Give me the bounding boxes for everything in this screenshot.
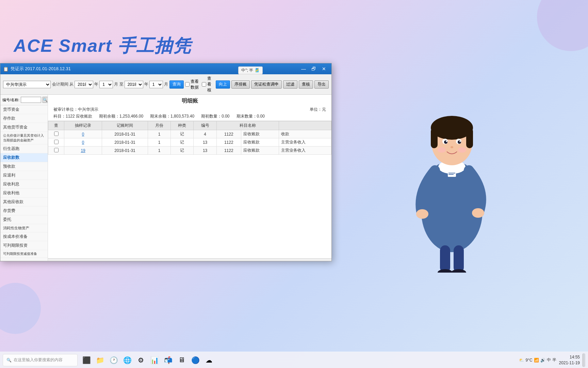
sidebar-item-3[interactable]: 公允价值计量且其变动计入当期损益的金融资产 bbox=[0, 132, 48, 144]
sidebar-item-9[interactable]: 应收利他 bbox=[0, 189, 48, 198]
sidebar-item-7[interactable]: 应退利 bbox=[0, 171, 48, 180]
company-select[interactable]: 中兴华演示 bbox=[3, 81, 51, 88]
svg-point-9 bbox=[444, 140, 447, 144]
period-closing-qty: 期末数量：0.00 bbox=[236, 113, 265, 119]
year-to-select[interactable]: 2018 bbox=[125, 81, 143, 88]
search-input[interactable] bbox=[21, 97, 41, 103]
cell-code-0: 1122 bbox=[216, 130, 241, 138]
svg-rect-5 bbox=[431, 128, 438, 148]
month-to-label: 月 至 bbox=[114, 81, 123, 87]
svg-point-17 bbox=[472, 208, 484, 218]
month-from-select[interactable]: 1 bbox=[99, 81, 113, 88]
title-bar-controls: — 🗗 ✕ bbox=[299, 65, 329, 73]
taskbar-multidesktop-icon[interactable]: ⬛ bbox=[80, 353, 93, 367]
show-data-checkbox[interactable] bbox=[185, 82, 190, 87]
window-icon: 📋 bbox=[3, 66, 9, 72]
taskbar-history-icon[interactable]: 🕐 bbox=[107, 353, 120, 367]
cell-sample-0[interactable]: 0 bbox=[64, 130, 102, 138]
detail-title: 明细账 bbox=[53, 97, 326, 105]
show-data-checkbox-label[interactable]: 查看数据 bbox=[185, 79, 200, 90]
weather-icon: ⛅ bbox=[519, 358, 524, 363]
sidebar-item-11[interactable]: 存货费 bbox=[0, 206, 48, 215]
audited-company: 被审计单位：中兴华演示 bbox=[53, 107, 98, 112]
svg-rect-6 bbox=[466, 128, 473, 148]
taskbar-app3-icon[interactable]: 📬 bbox=[161, 353, 175, 367]
row-checkbox-2[interactable] bbox=[54, 148, 59, 152]
sidebar-item-14[interactable]: 按成本价准备 bbox=[0, 232, 48, 241]
sys-icons: ⛅ 9°C 📶 🔊 中 半 bbox=[519, 357, 556, 363]
cell-check-0[interactable] bbox=[48, 130, 64, 138]
export-button[interactable]: 导出 bbox=[314, 80, 329, 89]
cell-month-2: 1 bbox=[148, 147, 171, 155]
sidebar-item-13[interactable]: 消耗性生物资产 bbox=[0, 224, 48, 232]
svg-rect-19 bbox=[454, 245, 464, 273]
cell-check-1[interactable] bbox=[48, 138, 64, 147]
horizontal-scrollbar[interactable] bbox=[48, 258, 331, 261]
sidebar-item-8[interactable]: 应收利息 bbox=[0, 180, 48, 189]
cell-type-1: 记 bbox=[171, 138, 194, 147]
svg-point-12 bbox=[459, 141, 461, 142]
weather-temp: 9°C bbox=[525, 358, 532, 363]
sidebar-item-1[interactable]: 存作款 bbox=[0, 114, 48, 123]
taskbar-clock[interactable]: 14:55 2021-11-19 bbox=[559, 354, 580, 366]
detail-meta: 被审计单位：中兴华演示 科目：1122 应收账款 期初余额：1,253,466.… bbox=[53, 107, 326, 119]
show-verify-checkbox[interactable] bbox=[202, 82, 206, 87]
sidebar-item-16[interactable]: 可列期限投资减值准备 bbox=[0, 250, 48, 258]
sort-button[interactable]: 序排账 bbox=[231, 80, 250, 89]
row-checkbox-0[interactable] bbox=[54, 132, 59, 136]
taskbar-app2-icon[interactable]: 📊 bbox=[148, 353, 161, 367]
show-data-label: 查看数据 bbox=[191, 79, 200, 90]
detail-table: 查 抽样记录 记账时间 月份 种类 编号 科目名称 bbox=[48, 121, 331, 155]
title-bar: 📋 凭证示 2017.01.01-2018.12.31 — 🗗 ✕ bbox=[0, 63, 331, 74]
volume-icon: 🔊 bbox=[540, 358, 545, 363]
cell-date-1: 2018-01-31 bbox=[102, 138, 148, 147]
sidebar-item-0[interactable]: 货币资金 bbox=[0, 105, 48, 114]
cell-sample-1[interactable]: 0 bbox=[64, 138, 102, 147]
filter-button[interactable]: 过滤 bbox=[283, 80, 297, 89]
sidebar-item-6[interactable]: 预收款 bbox=[0, 162, 48, 171]
prev-button[interactable]: 向上 bbox=[216, 80, 230, 89]
cell-right-0: 收款 bbox=[279, 130, 331, 138]
cell-sample-2[interactable]: 19 bbox=[64, 147, 102, 155]
view-button[interactable]: 查核 bbox=[299, 80, 313, 89]
show-verify-checkbox-label[interactable]: 查看核 bbox=[202, 76, 214, 93]
cell-date-0: 2018-01-31 bbox=[102, 130, 148, 138]
taskbar-app4-icon[interactable]: 🖥 bbox=[175, 353, 189, 367]
show-desktop-button[interactable] bbox=[583, 353, 585, 367]
month-to-select[interactable]: 1 bbox=[149, 81, 163, 88]
restore-button[interactable]: 🗗 bbox=[309, 65, 318, 73]
taskbar-app1-icon[interactable]: ⚙ bbox=[134, 353, 148, 367]
unit-label: 单位：元 bbox=[310, 107, 326, 112]
ime-cn-indicator[interactable]: 中 bbox=[547, 357, 551, 363]
row-checkbox-1[interactable] bbox=[54, 140, 59, 144]
sidebar-item-17[interactable] bbox=[0, 258, 48, 261]
voucher-button[interactable]: 凭证松查调申 bbox=[251, 80, 282, 89]
cell-number-2: 13 bbox=[194, 147, 216, 155]
sidebar-item-5[interactable]: 应收款数 bbox=[0, 153, 48, 162]
cell-type-0: 记 bbox=[171, 130, 194, 138]
query-button[interactable]: 查询 bbox=[169, 80, 184, 89]
sidebar-item-12[interactable]: 委托 bbox=[0, 215, 48, 224]
taskbar-app6-icon[interactable]: ☁ bbox=[202, 353, 216, 367]
taskbar-edge-icon[interactable]: 🌐 bbox=[120, 353, 134, 367]
taskbar-app5-icon[interactable]: 🔵 bbox=[189, 353, 202, 367]
sidebar-item-10[interactable]: 其他应收款 bbox=[0, 198, 48, 206]
taskbar: 🔍 在这里输入你要搜索的内容 ⬛ 📁 🕐 🌐 ⚙ 📊 📬 🖥 🔵 ☁ ⛅ 9°C… bbox=[0, 352, 588, 368]
company-group: 中兴华演示 bbox=[3, 81, 51, 88]
cell-check-2[interactable] bbox=[48, 147, 64, 155]
month-end-label: 月 bbox=[164, 81, 168, 87]
app-window: 📋 凭证示 2017.01.01-2018.12.31 — 🗗 ✕ 中兴华演示 … bbox=[0, 63, 332, 261]
sidebar-item-2[interactable]: 其他货币资金 bbox=[0, 123, 48, 132]
year-from-select[interactable]: 2018 bbox=[75, 81, 93, 88]
deco-circle-1 bbox=[537, 0, 588, 51]
cell-month-1: 1 bbox=[148, 138, 171, 147]
network-icon: 📶 bbox=[534, 358, 539, 363]
ime-half-indicator[interactable]: 半 bbox=[552, 357, 556, 363]
taskbar-explorer-icon[interactable]: 📁 bbox=[93, 353, 107, 367]
taskbar-search-box[interactable]: 🔍 在这里输入你要搜索的内容 bbox=[3, 354, 78, 366]
close-button[interactable]: ✕ bbox=[319, 65, 329, 73]
sidebar-item-4[interactable]: 衍生器跑 bbox=[0, 144, 48, 153]
minimize-button[interactable]: — bbox=[299, 65, 308, 73]
sidebar-item-15[interactable]: 可列期限投资 bbox=[0, 241, 48, 250]
search-button[interactable]: 🔍 bbox=[43, 97, 48, 103]
